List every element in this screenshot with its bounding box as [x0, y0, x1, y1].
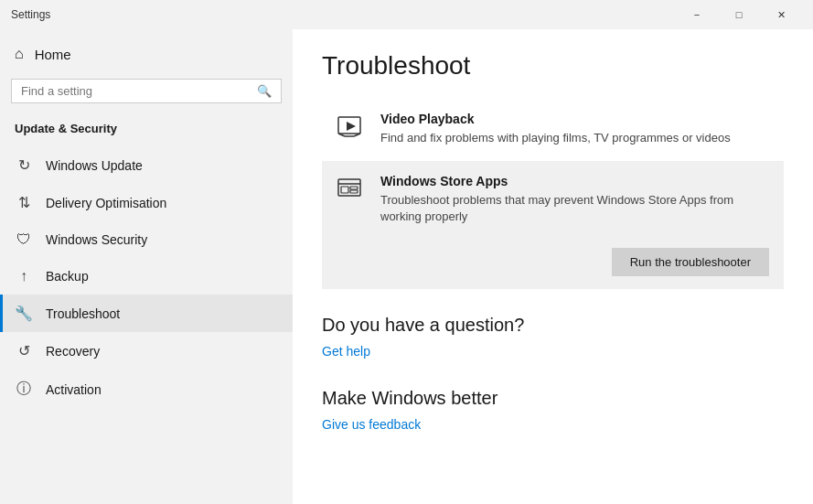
search-icon: 🔍: [257, 84, 272, 98]
minimize-button[interactable]: −: [676, 0, 718, 29]
troubleshoot-icon: 🔧: [15, 305, 33, 322]
windows-store-apps-header: Windows Store Apps Troubleshoot problems…: [337, 174, 769, 225]
windows-store-apps-title: Windows Store Apps: [380, 174, 769, 188]
activation-icon: ⓘ: [15, 380, 33, 399]
svg-rect-8: [350, 187, 358, 189]
title-bar-text: Settings: [11, 8, 50, 21]
svg-marker-4: [347, 122, 356, 131]
sidebar-item-label: Backup: [46, 269, 89, 284]
sidebar-item-label: Windows Update: [46, 158, 143, 173]
windows-store-apps-text: Windows Store Apps Troubleshoot problems…: [380, 174, 769, 225]
troubleshoot-item-video-playback[interactable]: Video Playback Find and fix problems wit…: [322, 99, 784, 159]
sidebar-item-windows-security[interactable]: 🛡 Windows Security: [0, 221, 293, 258]
sidebar-item-label: Activation: [46, 382, 102, 397]
video-playback-description: Find and fix problems with playing films…: [380, 130, 731, 146]
give-feedback-link[interactable]: Give us feedback: [322, 417, 421, 432]
get-help-link[interactable]: Get help: [322, 344, 370, 359]
windows-security-icon: 🛡: [15, 231, 33, 248]
question-section-title: Do you have a question?: [322, 315, 784, 336]
sidebar-item-label: Windows Security: [46, 232, 147, 247]
expanded-actions: Run the troubleshooter: [337, 241, 769, 276]
sidebar-item-activation[interactable]: ⓘ Activation: [0, 370, 293, 409]
troubleshoot-item-windows-store-apps[interactable]: Windows Store Apps Troubleshoot problems…: [322, 161, 784, 288]
content-area: Troubleshoot Video Playback Find and fix…: [293, 29, 813, 504]
backup-icon: ↑: [15, 268, 33, 284]
svg-rect-9: [350, 190, 358, 193]
sidebar-item-recovery[interactable]: ↺ Recovery: [0, 332, 293, 370]
sidebar-item-label: Delivery Optimisation: [46, 196, 166, 210]
sidebar-item-windows-update[interactable]: ↻ Windows Update: [0, 146, 293, 184]
title-bar: Settings − □ ✕: [0, 0, 813, 29]
make-better-section-title: Make Windows better: [322, 388, 784, 409]
run-troubleshooter-button[interactable]: Run the troubleshooter: [612, 248, 769, 276]
close-button[interactable]: ✕: [760, 0, 802, 29]
windows-update-icon: ↻: [15, 156, 33, 174]
svg-rect-7: [341, 187, 348, 193]
sidebar: ⌂ Home 🔍 Update & Security ↻ Windows Upd…: [0, 29, 293, 504]
sidebar-home-label: Home: [35, 47, 71, 62]
delivery-optimisation-icon: ⇅: [15, 194, 33, 211]
windows-store-apps-description: Troubleshoot problems that may prevent W…: [380, 192, 769, 225]
sidebar-item-label: Recovery: [46, 344, 100, 359]
windows-store-apps-icon: [337, 176, 366, 205]
search-input[interactable]: [21, 84, 257, 98]
page-title: Troubleshoot: [322, 51, 784, 80]
video-playback-icon: [337, 113, 366, 143]
sidebar-section-label: Update & Security: [0, 118, 293, 146]
maximize-button[interactable]: □: [718, 0, 760, 29]
sidebar-item-backup[interactable]: ↑ Backup: [0, 258, 293, 295]
main-container: ⌂ Home 🔍 Update & Security ↻ Windows Upd…: [0, 29, 813, 504]
video-playback-title: Video Playback: [380, 112, 731, 126]
video-playback-text: Video Playback Find and fix problems wit…: [380, 112, 731, 146]
recovery-icon: ↺: [15, 342, 33, 359]
sidebar-item-label: Troubleshoot: [46, 306, 120, 321]
sidebar-item-troubleshoot[interactable]: 🔧 Troubleshoot: [0, 295, 293, 332]
search-box[interactable]: 🔍: [11, 79, 282, 103]
sidebar-home-button[interactable]: ⌂ Home: [0, 37, 293, 71]
title-bar-controls: − □ ✕: [676, 0, 802, 29]
sidebar-item-delivery-optimisation[interactable]: ⇅ Delivery Optimisation: [0, 184, 293, 221]
home-icon: ⌂: [15, 46, 24, 62]
